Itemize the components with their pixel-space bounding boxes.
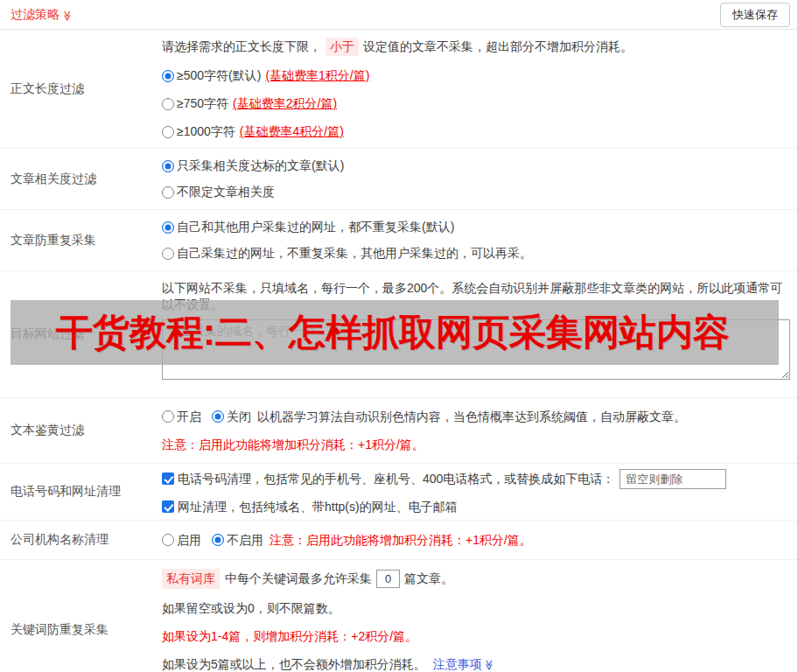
radio-selected-icon[interactable] — [162, 70, 174, 82]
blocked-domains-textarea[interactable] — [162, 319, 790, 380]
porn-option-on[interactable]: 开启 — [162, 409, 201, 425]
row-phone-url-clean: 电话号码和网址清理 电话号码清理，包括常见的手机号、座机号、400电话格式，或替… — [0, 464, 797, 521]
keyword-count-input[interactable] — [376, 570, 400, 588]
row-porn-filter: 文本鉴黄过滤 开启 关闭 以机器学习算法自动识别色情内容，当色情概率达到系统阈值… — [0, 398, 797, 464]
fee-note: (基础费率2积分/篇) — [233, 95, 337, 112]
row-target-site-filter: 目标网站过滤 以下网站不采集，只填域名，每行一个，最多200个。系统会自动识别并… — [0, 271, 797, 398]
row-label: 公司机构名称清理 — [0, 521, 162, 559]
length-option-500[interactable]: ≥500字符(默认) (基础费率1积分/篇) — [162, 67, 792, 84]
radio-selected-icon[interactable] — [162, 160, 174, 172]
dedup-option-self-only[interactable]: 自己采集过的网址，不重复采集，其他用户采集过的，可以再采。 — [162, 245, 792, 262]
radio-selected-icon[interactable] — [162, 221, 174, 234]
note-text: 如果设为5篇或以上，也不会额外增加积分消耗。 — [162, 656, 426, 672]
porn-filter-note: 注意：启用此功能将增加积分消耗：+1积分/篇。 — [162, 437, 792, 453]
company-option-on[interactable]: 启用 — [162, 532, 201, 549]
option-label: 启用 — [177, 532, 201, 549]
radio-selected-icon[interactable] — [212, 534, 224, 546]
row-label: 关键词防重复采集 — [0, 560, 162, 672]
radio-selected-icon[interactable] — [212, 410, 224, 423]
notes-link[interactable]: 注意事项 — [433, 656, 482, 672]
row-label: 电话号码和网址清理 — [0, 464, 162, 520]
checkbox-checked-icon[interactable] — [162, 472, 174, 485]
page-title: 过滤策略 — [10, 7, 60, 21]
keyword-note-cost: 如果设为1-4篇，则增加积分消耗：+2积分/篇。 — [162, 628, 792, 645]
row-label: 文章防重复采集 — [0, 210, 162, 270]
radio-icon[interactable] — [162, 248, 174, 260]
length-option-750[interactable]: ≥750字符 (基础费率2积分/篇) — [162, 95, 792, 112]
keyword-limit-line: 私有词库 中每个关键词最多允许采集 篇文章。 — [162, 569, 792, 589]
row-keyword-dedup: 关键词防重复采集 私有词库 中每个关键词最多允许采集 篇文章。 如果留空或设为0… — [0, 560, 797, 672]
chevron-down-icon: ≫ — [62, 10, 73, 21]
limit-text: 中每个关键词最多允许采集 — [225, 570, 372, 587]
row-label: 正文长度过滤 — [0, 30, 162, 148]
row-length-filter: 正文长度过滤 请选择需求的正文长度下限， 小于 设定值的文章不采集，超出部分不增… — [0, 30, 797, 149]
option-label: ≥750字符 — [177, 95, 228, 112]
porn-option-off[interactable]: 关闭 — [212, 409, 251, 425]
radio-icon[interactable] — [162, 186, 174, 199]
checkbox-checked-icon[interactable] — [162, 500, 174, 513]
url-clean-line: 网址清理，包括纯域名、带http(s)的网址、电子邮箱 — [162, 499, 792, 515]
option-label: 自己采集过的网址，不重复采集，其他用户采集过的，可以再采。 — [177, 245, 532, 262]
row-label: 目标网站过滤 — [0, 271, 162, 397]
keyword-note-zero: 如果留空或设为0，则不限篇数。 — [162, 600, 792, 617]
company-option-off[interactable]: 不启用 — [212, 532, 263, 549]
limit-text-end: 篇文章。 — [404, 570, 453, 587]
quick-save-button[interactable]: 快速保存 — [720, 3, 790, 27]
checkbox-label: 电话号码清理，包括常见的手机号、座机号、400电话格式，或替换成如下电话： — [178, 471, 614, 487]
row-article-dedup: 文章防重复采集 自己和其他用户采集过的网址，都不重复采集(默认) 自己采集过的网… — [0, 210, 797, 271]
company-clean-note: 注意：启用此功能将增加积分消耗：+1积分/篇。 — [270, 532, 532, 549]
topbar: 过滤策略≫ 快速保存 — [0, 0, 797, 30]
length-option-1000[interactable]: ≥1000字符 (基础费率4积分/篇) — [162, 123, 792, 140]
relevance-option-any[interactable]: 不限定文章相关度 — [162, 184, 792, 200]
option-label: ≥1000字符 — [177, 123, 235, 140]
row-label: 文章相关度过滤 — [0, 149, 162, 209]
keyword-note-five: 如果设为5篇或以上，也不会额外增加积分消耗。 注意事项≫ — [162, 656, 792, 672]
option-label: 不启用 — [227, 532, 263, 549]
target-site-desc: 以下网站不采集，只填域名，每行一个，最多200个。系统会自动识别并屏蔽那些非文章… — [162, 280, 792, 313]
length-filter-desc: 请选择需求的正文长度下限， 小于 设定值的文章不采集，超出部分不增加积分消耗。 — [162, 38, 792, 56]
option-label: 开启 — [177, 409, 201, 425]
row-relevance-filter: 文章相关度过滤 只采集相关度达标的文章(默认) 不限定文章相关度 — [0, 149, 797, 210]
private-lexicon-tag: 私有词库 — [162, 569, 220, 589]
option-label: 自己和其他用户采集过的网址，都不重复采集(默认) — [177, 219, 454, 235]
desc-text: 设定值的文章不采集，超出部分不增加积分消耗。 — [363, 38, 633, 55]
phone-clean-line: 电话号码清理，包括常见的手机号、座机号、400电话格式，或替换成如下电话： — [162, 469, 792, 489]
row-company-clean: 公司机构名称清理 启用 不启用 注意：启用此功能将增加积分消耗：+1积分/篇。 — [0, 521, 797, 560]
dedup-option-all-users[interactable]: 自己和其他用户采集过的网址，都不重复采集(默认) — [162, 219, 792, 235]
porn-filter-desc: 以机器学习算法自动识别色情内容，当色情概率达到系统阈值，自动屏蔽文章。 — [257, 409, 686, 425]
page-title-area[interactable]: 过滤策略≫ — [10, 7, 74, 23]
option-label: 只采集相关度达标的文章(默认) — [177, 158, 344, 174]
radio-icon[interactable] — [162, 98, 174, 110]
fee-note: (基础费率1积分/篇) — [265, 67, 369, 84]
desc-text: 请选择需求的正文长度下限， — [162, 38, 321, 55]
option-label: 关闭 — [227, 409, 251, 425]
chevron-down-icon: ≫ — [484, 659, 494, 670]
checkbox-label: 网址清理，包括纯域名、带http(s)的网址、电子邮箱 — [178, 499, 458, 515]
radio-icon[interactable] — [162, 410, 174, 423]
desc-highlight: 小于 — [326, 38, 359, 56]
option-label: ≥500字符(默认) — [177, 67, 261, 84]
radio-icon[interactable] — [162, 534, 174, 546]
row-label: 文本鉴黄过滤 — [0, 398, 162, 463]
radio-icon[interactable] — [162, 126, 174, 138]
option-label: 不限定文章相关度 — [177, 184, 275, 200]
phone-replace-input[interactable] — [620, 469, 726, 489]
relevance-option-strict[interactable]: 只采集相关度达标的文章(默认) — [162, 158, 792, 174]
fee-note: (基础费率4积分/篇) — [240, 123, 344, 140]
